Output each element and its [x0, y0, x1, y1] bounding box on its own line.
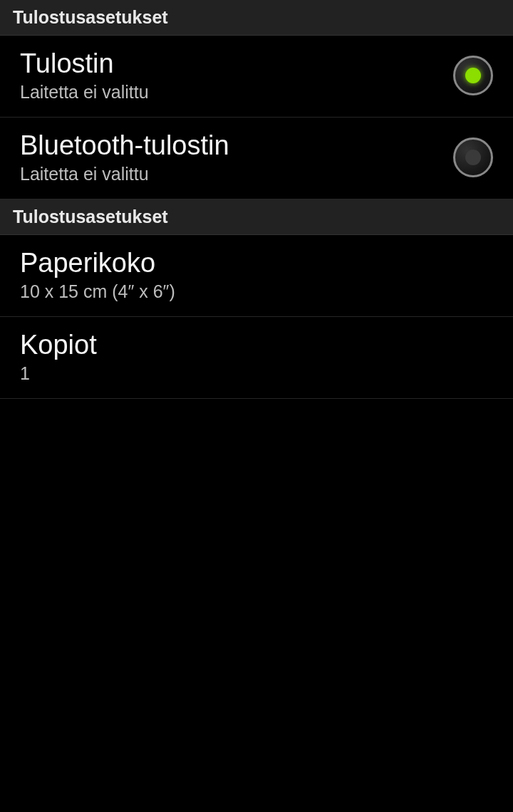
- bluetooth-printer-radio[interactable]: [453, 137, 493, 177]
- printer-subtitle: Laitetta ei valittu: [20, 82, 149, 103]
- copies-row[interactable]: Kopiot 1: [0, 317, 513, 399]
- paper-size-text: Paperikoko 10 x 15 cm (4″ x 6″): [20, 248, 175, 302]
- printer-text: Tulostin Laitetta ei valittu: [20, 48, 149, 103]
- printer-row[interactable]: Tulostin Laitetta ei valittu: [0, 36, 513, 118]
- paper-size-subtitle: 10 x 15 cm (4″ x 6″): [20, 281, 175, 302]
- copies-subtitle: 1: [20, 363, 97, 384]
- copies-text: Kopiot 1: [20, 330, 97, 384]
- radio-unselected-icon: [465, 150, 481, 165]
- section-header-print-settings-bottom: Tulostusasetukset: [0, 199, 513, 235]
- paper-size-row[interactable]: Paperikoko 10 x 15 cm (4″ x 6″): [0, 235, 513, 317]
- bluetooth-printer-text: Bluetooth-tulostin Laitetta ei valittu: [20, 130, 229, 184]
- bluetooth-printer-title: Bluetooth-tulostin: [20, 130, 229, 161]
- bluetooth-printer-row[interactable]: Bluetooth-tulostin Laitetta ei valittu: [0, 118, 513, 199]
- printer-radio[interactable]: [453, 56, 493, 95]
- paper-size-title: Paperikoko: [20, 248, 175, 279]
- printer-title: Tulostin: [20, 48, 149, 79]
- section-header-label: Tulostusasetukset: [13, 207, 168, 227]
- copies-title: Kopiot: [20, 330, 97, 360]
- section-header-label: Tulostusasetukset: [13, 7, 168, 27]
- radio-selected-icon: [465, 68, 481, 83]
- section-header-print-settings-top: Tulostusasetukset: [0, 0, 513, 36]
- bluetooth-printer-subtitle: Laitetta ei valittu: [20, 164, 229, 184]
